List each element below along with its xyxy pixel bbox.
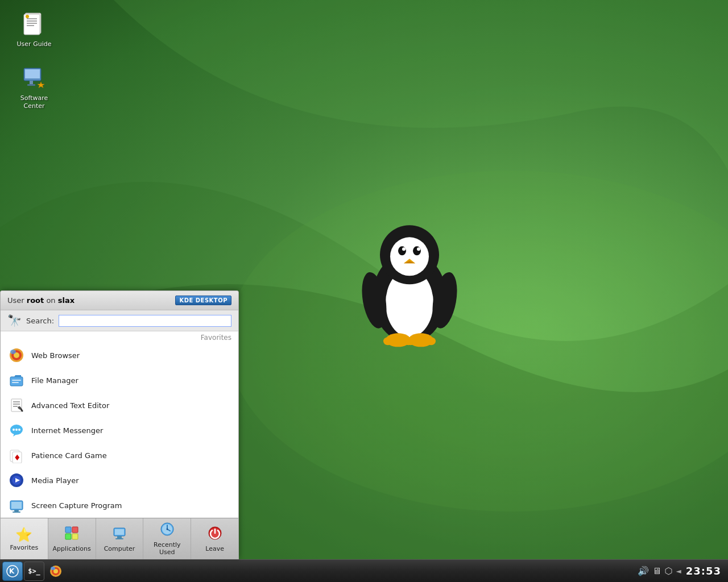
recently-used-tab-icon — [160, 522, 175, 540]
svg-point-29 — [383, 337, 392, 345]
svg-point-22 — [417, 247, 420, 251]
software-center-icon — [20, 65, 48, 92]
tab-recently-used[interactable]: Recently Used — [143, 518, 191, 559]
svg-point-15 — [380, 225, 439, 284]
tab-favorites[interactable]: ⭐ Favorites — [1, 518, 48, 559]
search-input[interactable] — [59, 315, 231, 327]
network-icon: ⬡ — [665, 566, 673, 576]
svg-marker-12 — [38, 82, 44, 88]
recently-used-tab-label: Recently Used — [146, 541, 188, 556]
search-label: Search: — [26, 317, 54, 325]
file-manager-icon — [7, 371, 26, 389]
text-editor-label: Advanced Text Editor — [31, 401, 109, 410]
svg-point-27 — [386, 333, 411, 347]
svg-point-84 — [51, 567, 55, 570]
svg-point-50 — [15, 429, 18, 431]
applications-tab-icon — [64, 526, 79, 544]
svg-text:♦: ♦ — [14, 453, 21, 462]
menu-header: User root on slax KDE DESKTOP — [1, 291, 238, 310]
card-game-icon: ♦ — [7, 446, 26, 464]
svg-rect-65 — [72, 527, 78, 533]
menu-search-bar: 🔭 Search: — [1, 310, 238, 331]
svg-point-28 — [408, 333, 433, 347]
computer-tab-icon — [112, 526, 127, 544]
menu-item-file-manager[interactable]: File Manager — [1, 368, 238, 393]
terminal-button[interactable]: $>_ — [24, 562, 44, 581]
menu-username: root — [27, 296, 44, 305]
menu-tabs: ⭐ Favorites Applications — [1, 518, 238, 559]
tab-computer[interactable]: Computer — [96, 518, 144, 559]
svg-point-30 — [404, 337, 413, 345]
svg-rect-67 — [72, 534, 78, 539]
kde-menu-button[interactable]: K — [2, 562, 23, 581]
svg-rect-11 — [27, 84, 35, 86]
svg-rect-70 — [117, 536, 122, 538]
tab-leave[interactable]: Leave — [191, 518, 238, 559]
taskbar-left: K $>_ — [0, 562, 68, 581]
tab-applications[interactable]: Applications — [48, 518, 96, 559]
svg-point-18 — [398, 246, 406, 255]
binoculars-icon: 🔭 — [7, 314, 22, 327]
taskbar: K $>_ 🔊 🖥 ⬡ ◄ — [0, 559, 728, 582]
taskbar-right: 🔊 🖥 ⬡ ◄ 23:53 — [631, 565, 729, 577]
kde-badge: KDE DESKTOP — [175, 296, 231, 305]
screen-capture-label: Screen Capture Program — [31, 501, 122, 510]
menu-item-internet-messenger[interactable]: Internet Messenger — [1, 418, 238, 443]
svg-point-31 — [406, 337, 415, 345]
svg-point-14 — [386, 269, 433, 337]
menu-item-patience-card[interactable]: ♦ Patience Card Game — [1, 443, 238, 468]
volume-icon: 🔊 — [638, 566, 649, 576]
text-editor-icon — [7, 396, 26, 414]
svg-point-20 — [412, 245, 422, 256]
leave-tab-label: Leave — [205, 545, 224, 552]
svg-point-32 — [427, 337, 436, 345]
terminal-icon: $>_ — [28, 567, 40, 575]
svg-rect-37 — [10, 377, 23, 386]
menu-item-text-editor[interactable]: Advanced Text Editor — [1, 393, 238, 418]
messenger-label: Internet Messenger — [31, 426, 103, 435]
svg-rect-61 — [11, 502, 22, 509]
svg-point-26 — [429, 271, 461, 330]
svg-rect-9 — [25, 69, 40, 78]
svg-point-19 — [402, 247, 406, 251]
svg-rect-41 — [11, 399, 22, 411]
desktop-icon-software-center[interactable]: Software Center — [11, 63, 57, 113]
start-menu: User root on slax KDE DESKTOP 🔭 Search: … — [0, 290, 239, 559]
menu-user-info: User root on slax — [7, 296, 75, 305]
svg-rect-40 — [12, 382, 19, 383]
tray-arrow: ◄ — [676, 567, 681, 575]
svg-point-16 — [390, 237, 429, 276]
user-guide-icon — [20, 11, 48, 38]
desktop-icon-user-guide[interactable]: User Guide — [11, 9, 57, 51]
favorites-section-label: Favorites — [1, 331, 238, 343]
svg-rect-71 — [115, 538, 123, 539]
menu-item-web-browser[interactable]: Web Browser — [1, 343, 238, 368]
display-icon: 🖥 — [652, 566, 661, 576]
svg-point-49 — [13, 429, 15, 431]
menu-hostname: slax — [58, 296, 75, 305]
media-player-icon — [7, 471, 26, 489]
computer-tab-label: Computer — [104, 545, 135, 552]
favorites-tab-icon: ⭐ — [15, 527, 32, 543]
svg-point-7 — [26, 15, 29, 18]
menu-item-media-player[interactable]: Media Player — [1, 468, 238, 493]
svg-marker-24 — [404, 261, 415, 263]
desktop: User Guide Software Center — [0, 0, 728, 582]
firefox-button[interactable] — [46, 562, 66, 581]
patience-card-label: Patience Card Game — [31, 451, 107, 460]
menu-item-screen-capture[interactable]: Screen Capture Program — [1, 493, 238, 518]
svg-rect-10 — [30, 81, 33, 84]
media-player-label: Media Player — [31, 476, 79, 485]
svg-point-51 — [18, 429, 20, 431]
svg-rect-66 — [65, 534, 71, 539]
svg-rect-39 — [12, 380, 21, 381]
applications-tab-label: Applications — [53, 545, 91, 552]
web-browser-label: Web Browser — [31, 351, 80, 360]
user-guide-label: User Guide — [17, 40, 52, 48]
svg-rect-62 — [14, 510, 19, 512]
web-browser-icon — [7, 346, 26, 364]
favorites-tab-label: Favorites — [10, 544, 39, 551]
svg-point-36 — [10, 350, 16, 354]
svg-point-21 — [413, 246, 421, 255]
svg-rect-64 — [65, 527, 71, 533]
